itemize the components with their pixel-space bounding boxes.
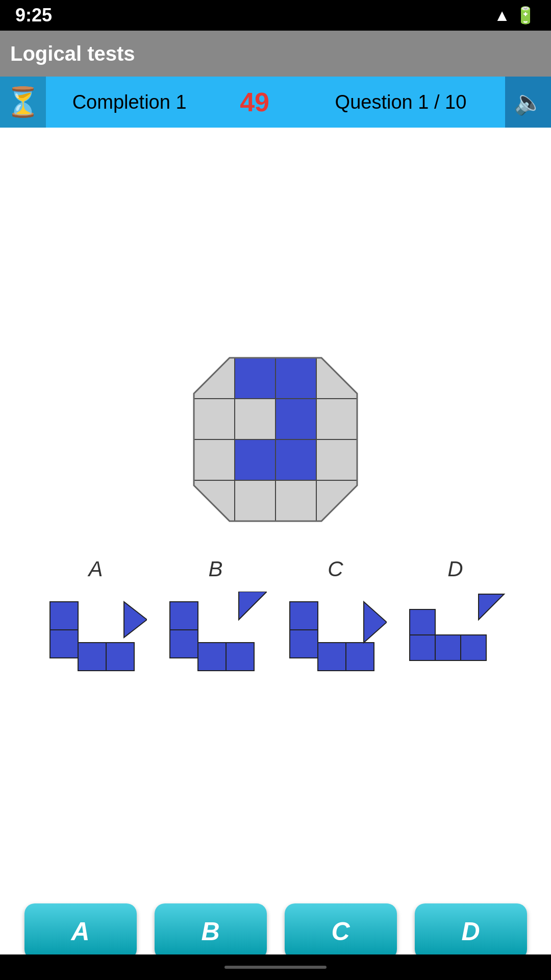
svg-rect-2 xyxy=(235,358,276,399)
option-c-shape xyxy=(285,592,387,673)
home-indicator xyxy=(224,966,327,969)
options-area: A B C D xyxy=(0,557,551,673)
svg-marker-24 xyxy=(239,592,267,620)
completion-label: Completion 1 xyxy=(46,91,213,113)
svg-marker-34 xyxy=(479,594,504,620)
option-b-svg xyxy=(165,592,267,673)
option-label-a: A xyxy=(40,557,152,581)
quiz-header: ⏳ Completion 1 49 Question 1 / 10 🔈 xyxy=(0,77,551,128)
answer-btn-b[interactable]: B xyxy=(155,903,267,960)
svg-rect-8 xyxy=(194,439,235,480)
option-d-shape xyxy=(405,592,507,673)
sound-icon[interactable]: 🔈 xyxy=(505,77,551,128)
svg-rect-6 xyxy=(276,399,316,439)
svg-rect-26 xyxy=(290,630,318,658)
battery-icon: 🔋 xyxy=(515,6,536,25)
svg-marker-29 xyxy=(364,602,387,643)
svg-rect-23 xyxy=(226,643,254,671)
svg-rect-32 xyxy=(435,635,461,660)
svg-rect-7 xyxy=(316,399,357,439)
option-label-d: D xyxy=(399,557,512,581)
svg-rect-20 xyxy=(170,602,198,630)
status-icons: ▲ 🔋 xyxy=(494,6,536,25)
svg-rect-9 xyxy=(235,439,276,480)
status-time: 9:25 xyxy=(15,5,52,26)
pattern-area xyxy=(189,353,362,526)
svg-rect-5 xyxy=(235,399,276,439)
answer-btn-a[interactable]: A xyxy=(24,903,137,960)
svg-rect-33 xyxy=(461,635,486,660)
main-content: A B C D xyxy=(0,128,551,898)
svg-rect-31 xyxy=(410,635,435,660)
option-c-svg xyxy=(285,592,387,673)
svg-rect-17 xyxy=(78,643,106,671)
option-b-shape xyxy=(165,592,267,673)
svg-rect-3 xyxy=(276,358,316,399)
question-label: Question 1 / 10 xyxy=(296,91,505,113)
answer-btn-c[interactable]: C xyxy=(285,903,397,960)
option-a-svg xyxy=(45,592,147,673)
svg-rect-4 xyxy=(194,399,235,439)
svg-rect-22 xyxy=(198,643,226,671)
main-pattern-svg xyxy=(189,353,362,526)
svg-rect-28 xyxy=(346,643,374,671)
option-d-svg xyxy=(405,592,507,673)
answer-btn-d[interactable]: D xyxy=(415,903,527,960)
svg-rect-15 xyxy=(50,602,78,630)
svg-rect-18 xyxy=(106,643,134,671)
svg-rect-13 xyxy=(276,480,316,521)
svg-rect-25 xyxy=(290,602,318,630)
option-images xyxy=(36,592,515,673)
option-a-shape xyxy=(45,592,147,673)
svg-rect-12 xyxy=(235,480,276,521)
option-labels: A B C D xyxy=(36,557,515,581)
svg-rect-10 xyxy=(276,439,316,480)
wifi-icon: ▲ xyxy=(494,6,510,25)
svg-rect-11 xyxy=(316,439,357,480)
svg-marker-19 xyxy=(124,602,147,638)
status-bar: 9:25 ▲ 🔋 xyxy=(0,0,551,31)
timer-value: 49 xyxy=(213,87,296,117)
nav-bar xyxy=(0,954,551,980)
app-title: Logical tests xyxy=(10,42,135,65)
option-label-c: C xyxy=(280,557,392,581)
svg-rect-16 xyxy=(50,630,78,658)
option-label-b: B xyxy=(160,557,272,581)
svg-rect-27 xyxy=(318,643,346,671)
hourglass-icon: ⏳ xyxy=(0,77,46,128)
svg-rect-21 xyxy=(170,630,198,658)
svg-rect-30 xyxy=(410,609,435,635)
app-bar: Logical tests xyxy=(0,31,551,77)
